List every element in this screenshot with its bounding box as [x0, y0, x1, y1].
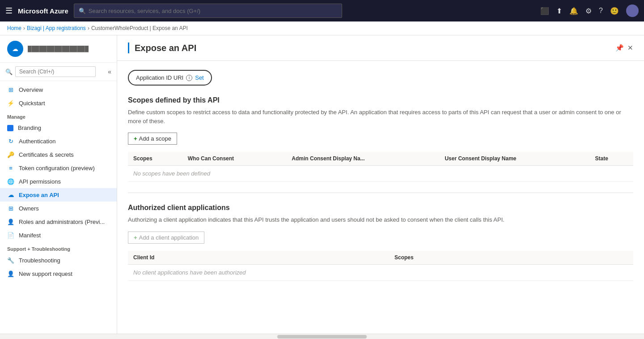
scopes-section-desc: Define custom scopes to restrict access … — [128, 108, 633, 125]
add-client-plus-icon: + — [134, 234, 137, 241]
app-display-name: ████████████████ — [28, 46, 89, 52]
add-client-label: Add a client application — [139, 234, 199, 241]
search-icon: 🔍 — [79, 8, 86, 14]
certificates-icon: 🔑 — [7, 151, 14, 158]
api-permissions-icon: 🌐 — [7, 178, 14, 185]
quickstart-icon: ⚡ — [7, 99, 14, 107]
topbar: ☰ Microsoft Azure 🔍 ⬛ ⬆ 🔔 ⚙ ? 🙂 — [0, 0, 644, 21]
owners-icon: ⊞ — [7, 205, 14, 212]
sidebar-item-quickstart[interactable]: ⚡ Quickstart — [0, 96, 117, 110]
sidebar-item-expose-api[interactable]: ☁ Expose an API — [0, 188, 117, 202]
search-input[interactable] — [89, 8, 337, 14]
sidebar-item-label: Troubleshooting — [19, 257, 60, 264]
clients-empty-message: No client applications have been authori… — [128, 264, 633, 280]
sidebar-item-troubleshooting[interactable]: 🔧 Troubleshooting — [0, 253, 117, 267]
sidebar-item-label: Roles and administrators (Previ... — [19, 219, 105, 225]
sidebar-item-branding[interactable]: Branding — [0, 121, 117, 134]
sidebar-item-label: API permissions — [19, 178, 61, 185]
help-icon[interactable]: ? — [599, 7, 603, 15]
app-id-uri-info-icon[interactable]: i — [186, 75, 192, 81]
add-scope-button[interactable]: + Add a scope — [128, 133, 177, 145]
breadcrumb-sep-2: › — [88, 25, 89, 31]
breadcrumb-app-reg[interactable]: Bizagi | App registrations — [27, 25, 86, 31]
sidebar-search-icon: 🔍 — [5, 69, 13, 75]
sidebar-search-input[interactable] — [15, 66, 96, 77]
bell-icon[interactable]: 🔔 — [569, 7, 578, 15]
scopes-col-state: State — [590, 152, 633, 166]
upload-icon[interactable]: ⬆ — [556, 7, 562, 15]
page-header: Expose an API 📌 ✕ — [117, 35, 644, 61]
page-header-actions: 📌 ✕ — [615, 44, 633, 52]
close-icon[interactable]: ✕ — [627, 44, 633, 52]
scopes-col-consent: Who Can Consent — [182, 152, 287, 166]
azure-logo: Microsoft Azure — [18, 7, 68, 15]
auth-clients-section-desc: Authorizing a client application indicat… — [128, 215, 633, 224]
manifest-icon: 📄 — [7, 232, 14, 239]
expose-api-icon: ☁ — [7, 191, 14, 198]
clients-col-id: Client Id — [128, 251, 389, 265]
sidebar-item-token-config[interactable]: ≡ Token configuration (preview) — [0, 161, 117, 175]
roles-icon: 👤 — [7, 218, 14, 225]
sidebar-item-label: Token configuration (preview) — [19, 165, 95, 172]
breadcrumb-home[interactable]: Home — [7, 25, 21, 31]
sidebar: ☁ ████████████████ 🔍 « ⊞ Overview ⚡ Quic… — [0, 35, 117, 334]
avatar[interactable] — [626, 4, 639, 17]
scopes-section-title: Scopes defined by this API — [128, 96, 633, 104]
collapse-icon[interactable]: « — [108, 68, 111, 75]
main-layout: ☁ ████████████████ 🔍 « ⊞ Overview ⚡ Quic… — [0, 35, 644, 334]
sidebar-item-label: Owners — [19, 205, 39, 212]
clients-empty-row: No client applications have been authori… — [128, 264, 633, 280]
sidebar-item-label: New support request — [19, 270, 72, 277]
breadcrumb-sep-1: › — [23, 25, 25, 31]
search-bar[interactable]: 🔍 — [74, 4, 342, 18]
sidebar-item-label: Overview — [19, 86, 43, 93]
hamburger-icon[interactable]: ☰ — [5, 6, 13, 16]
support-section-label: Support + Troubleshooting — [0, 242, 117, 253]
feedback-icon[interactable]: 🙂 — [610, 7, 619, 15]
settings-icon[interactable]: ⚙ — [585, 7, 592, 15]
scopes-empty-row: No scopes have been defined — [128, 166, 633, 182]
scopes-col-scopes: Scopes — [128, 152, 182, 166]
pin-icon[interactable]: 📌 — [615, 44, 624, 52]
sidebar-app-header: ☁ ████████████████ — [0, 35, 117, 63]
sidebar-item-label: Manifest — [19, 232, 41, 239]
scopes-col-admin: Admin Consent Display Na... — [286, 152, 439, 166]
add-scope-label: Add a scope — [139, 135, 171, 142]
sidebar-item-authentication[interactable]: ↻ Authentication — [0, 134, 117, 148]
breadcrumb-current: CustomerWholeProduct | Expose an API — [91, 25, 188, 31]
sidebar-item-label: Expose an API — [19, 192, 59, 198]
scopes-empty-message: No scopes have been defined — [128, 166, 633, 182]
overview-icon: ⊞ — [7, 86, 14, 93]
sidebar-item-manifest[interactable]: 📄 Manifest — [0, 228, 117, 242]
section-separator — [128, 193, 633, 193]
sidebar-item-owners[interactable]: ⊞ Owners — [0, 202, 117, 215]
branding-icon — [7, 125, 13, 131]
page-title: Expose an API — [135, 43, 612, 53]
sidebar-item-label: Branding — [18, 124, 41, 131]
scopes-table: Scopes Who Can Consent Admin Consent Dis… — [128, 152, 633, 182]
authentication-icon: ↻ — [7, 137, 14, 145]
clients-table: Client Id Scopes No client applications … — [128, 251, 633, 281]
sidebar-item-new-support[interactable]: 👤 New support request — [0, 267, 117, 280]
troubleshooting-icon: 🔧 — [7, 257, 14, 264]
sidebar-item-overview[interactable]: ⊞ Overview — [0, 83, 117, 96]
cloud-shell-icon[interactable]: ⬛ — [540, 7, 549, 15]
sidebar-item-api-permissions[interactable]: 🌐 API permissions — [0, 175, 117, 188]
add-client-button[interactable]: + Add a client application — [128, 232, 204, 244]
sidebar-item-roles[interactable]: 👤 Roles and administrators (Previ... — [0, 215, 117, 228]
auth-clients-section-title: Authorized client applications — [128, 204, 633, 212]
bottom-scrollbar[interactable] — [0, 334, 644, 339]
scrollbar-thumb[interactable] — [277, 335, 367, 339]
token-config-icon: ≡ — [7, 164, 14, 172]
sidebar-item-label: Authentication — [19, 138, 55, 145]
content-body: Application ID URI i Set Scopes defined … — [117, 61, 644, 290]
app-id-uri-label: Application ID URI — [136, 74, 183, 81]
sidebar-item-certificates[interactable]: 🔑 Certificates & secrets — [0, 148, 117, 161]
sidebar-nav: ⊞ Overview ⚡ Quickstart Manage Branding … — [0, 81, 117, 282]
content-area: Expose an API 📌 ✕ Application ID URI i S… — [117, 35, 644, 334]
add-scope-plus-icon: + — [134, 135, 137, 142]
topbar-icons: ⬛ ⬆ 🔔 ⚙ ? 🙂 — [540, 4, 639, 17]
app-icon: ☁ — [7, 41, 23, 57]
app-id-uri-set-link[interactable]: Set — [195, 74, 204, 81]
scopes-col-user: User Consent Display Name — [439, 152, 589, 166]
